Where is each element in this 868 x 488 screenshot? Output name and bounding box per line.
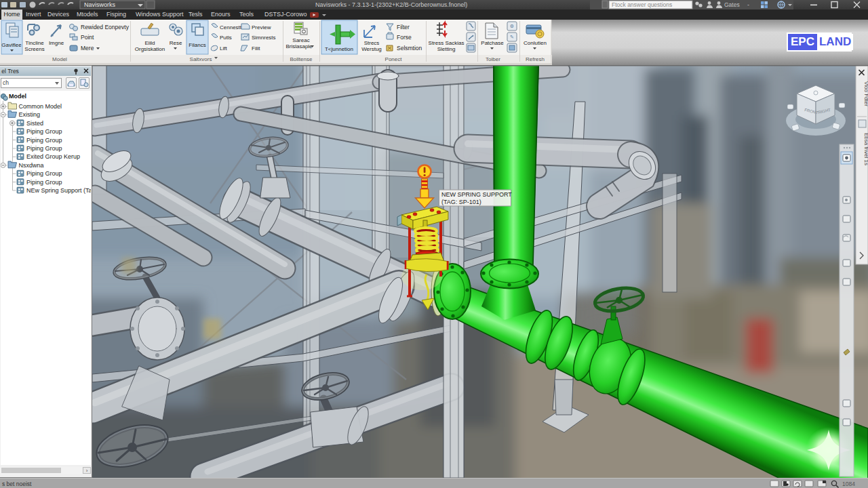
svg-text:Orgsiskation: Orgsiskation [135, 46, 165, 52]
svg-text:Vloo Fdter: Vloo Fdter [863, 81, 868, 106]
svg-text:Navisworks - 7.3.13-1-(2302+K2: Navisworks - 7.3.13-1-(2302+K2/B-Corbero… [315, 1, 467, 8]
svg-text:Filit: Filit [252, 45, 260, 52]
svg-text:Point: Point [81, 34, 94, 41]
svg-text:Selsmtion: Selsmtion [397, 45, 422, 52]
svg-text:T<junnetion: T<junnetion [325, 46, 353, 52]
svg-text:Piping Group: Piping Group [26, 170, 62, 177]
svg-text:Sareac: Sareac [292, 37, 309, 43]
svg-text:Bolltense: Bolltense [290, 56, 313, 62]
svg-text:Werstug: Werstug [361, 46, 382, 52]
svg-text:Sletting: Sletting [437, 46, 456, 52]
svg-text:Strecs: Strecs [364, 40, 380, 46]
svg-text:Lift: Lift [220, 45, 227, 52]
svg-text:Ponect: Ponect [385, 56, 403, 62]
svg-text:Tincline: Tincline [25, 40, 44, 46]
svg-text:Stress Sackias: Stress Sackias [429, 40, 465, 46]
svg-text:Model: Model [9, 93, 26, 100]
svg-text:Common Model: Common Model [19, 103, 62, 110]
svg-text:Simnrests: Simnrests [252, 35, 276, 41]
svg-text:Saltxvors: Saltxvors [190, 56, 212, 62]
svg-text:Piping Group: Piping Group [26, 145, 62, 152]
svg-text:Ebsa fnvel 1s: Ebsa fnvel 1s [863, 133, 868, 165]
svg-text:Forse: Forse [397, 34, 412, 41]
svg-text:Cennestt: Cennestt [220, 24, 242, 30]
svg-text:Navisworks: Navisworks [84, 1, 116, 8]
svg-text:Sisted: Sisted [26, 120, 43, 127]
svg-text:Ftock answer questions: Ftock answer questions [612, 1, 672, 8]
svg-text:Filter: Filter [397, 24, 410, 30]
svg-text:Gates: Gates [724, 1, 740, 8]
svg-text:Rewided Eonpevty: Rewided Eonpevty [81, 24, 130, 30]
svg-text:NEw Spring Support (Tag:: NEw Spring Support (Tag: [26, 187, 91, 194]
svg-text:Eiild: Eiild [144, 40, 155, 46]
svg-text:Refresh: Refresh [526, 56, 545, 62]
svg-text:Exited Group Kerup: Exited Group Kerup [26, 153, 80, 160]
svg-text:Mere: Mere [81, 45, 94, 52]
svg-text:Brislasaple: Brislasaple [285, 43, 313, 49]
svg-text:Rese: Rese [170, 40, 182, 46]
svg-text:Piping Group: Piping Group [26, 128, 62, 135]
svg-text:Imgne: Imgne [49, 40, 64, 46]
svg-text:Nsxdwna: Nsxdwna [19, 162, 44, 169]
svg-text:(TAG: SP-101): (TAG: SP-101) [441, 199, 481, 205]
svg-text:Screens: Screens [24, 46, 44, 52]
svg-text:Piping Group: Piping Group [26, 137, 62, 144]
svg-text:Toiber: Toiber [486, 56, 500, 62]
svg-text:Patchase: Patchase [481, 40, 504, 46]
svg-text:Putls: Putls [220, 35, 232, 41]
svg-text:Conlutien: Conlutien [524, 40, 547, 46]
svg-text:Filancs: Filancs [189, 42, 205, 48]
svg-text:-: - [747, 1, 749, 8]
svg-text:NEW SPRING SUPPORT: NEW SPRING SUPPORT [441, 191, 512, 198]
svg-text:Piping Group: Piping Group [26, 179, 62, 186]
svg-text:Model: Model [52, 56, 67, 62]
svg-text:Existing: Existing [19, 111, 41, 118]
svg-text:⚙: ⚙ [510, 24, 514, 28]
svg-text:✎: ✎ [510, 35, 514, 39]
svg-text:Gaviflee: Gaviflee [1, 42, 22, 48]
svg-text:Preview: Preview [252, 24, 271, 30]
svg-text:1084: 1084 [842, 481, 855, 487]
